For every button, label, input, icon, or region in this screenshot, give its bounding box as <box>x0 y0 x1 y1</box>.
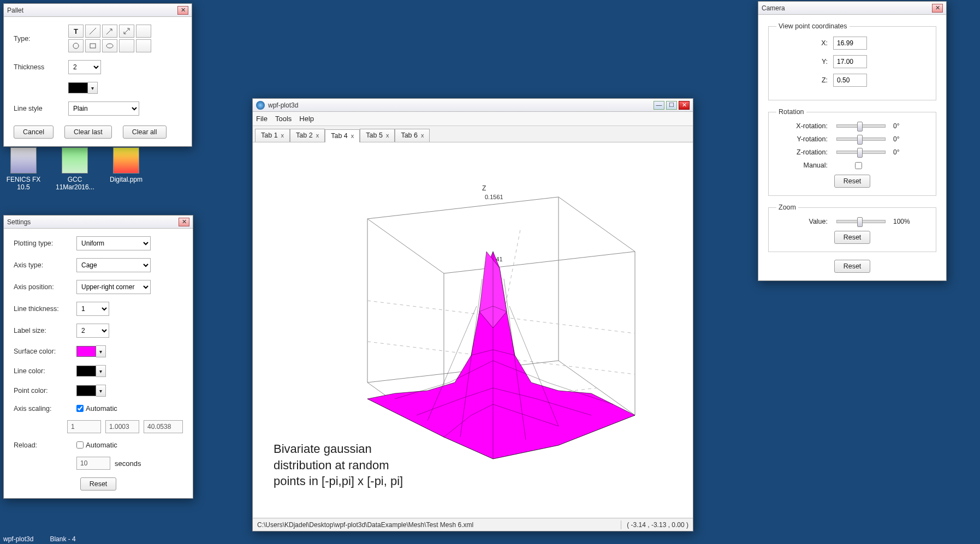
scale-z-input[interactable] <box>144 420 183 433</box>
tool-blank-icon[interactable] <box>136 39 151 52</box>
tab[interactable]: Tab 4x <box>325 129 360 142</box>
chevron-down-icon[interactable]: ▾ <box>96 365 106 377</box>
window-title: Camera <box>762 4 930 12</box>
clear-all-button[interactable]: Clear all <box>123 125 167 139</box>
tab-label: Tab 2 <box>296 131 313 139</box>
taskbar-item[interactable]: Blank - 4 <box>50 535 75 543</box>
desktop-icon-label: FENICS FX 10.5 <box>4 176 43 191</box>
chevron-down-icon[interactable]: ▾ <box>96 345 106 357</box>
plotting-type-select[interactable]: Uniform <box>76 236 151 250</box>
tool-text-icon[interactable]: T <box>68 25 84 38</box>
reload-seconds-input[interactable] <box>76 457 110 470</box>
line-thickness-select[interactable]: 1 <box>76 302 109 316</box>
taskbar-item[interactable]: wpf-plot3d <box>3 535 33 543</box>
menu-help[interactable]: Help <box>299 115 314 123</box>
camera-window: Camera ✕ View point coordinates X: Y: Z:… <box>758 1 947 281</box>
zoom-slider[interactable] <box>836 220 886 223</box>
color-swatch <box>68 82 88 93</box>
zoom-group: Zoom Value:100% Reset <box>768 204 936 252</box>
z-input[interactable] <box>833 74 867 87</box>
tool-double-arrow-icon[interactable] <box>119 25 134 38</box>
y-input[interactable] <box>833 55 867 68</box>
tab-label: Tab 1 <box>261 131 278 139</box>
settings-window: Settings ✕ Plotting type: Uniform Axis t… <box>3 215 193 499</box>
color-combo[interactable]: ▾ <box>68 82 98 94</box>
label-size-label: Label size: <box>14 327 76 334</box>
scale-x-input[interactable] <box>67 420 101 433</box>
close-icon[interactable]: ✕ <box>177 6 188 15</box>
point-color-combo[interactable]: ▾ <box>76 385 106 397</box>
yrot-slider[interactable] <box>836 138 886 141</box>
reset-zoom-button[interactable]: Reset <box>834 231 871 244</box>
close-tab-icon[interactable]: x <box>386 132 389 139</box>
menu-file[interactable]: File <box>256 115 268 123</box>
minimize-icon[interactable]: — <box>654 101 664 110</box>
titlebar[interactable]: Pallet ✕ <box>4 4 192 17</box>
tool-ellipse-icon[interactable] <box>102 39 117 52</box>
zrot-value: 0° <box>893 148 917 156</box>
line-thickness-label: Line thickness: <box>14 305 76 313</box>
desktop-icon[interactable]: GCC 11Mar2016... <box>56 147 94 191</box>
close-tab-icon[interactable]: x <box>281 132 284 139</box>
line-color-combo[interactable]: ▾ <box>76 365 106 377</box>
tool-blank-icon[interactable] <box>119 39 134 52</box>
plot-canvas[interactable]: Z 0.1561 0.041 <box>253 142 693 518</box>
tool-rect-icon[interactable] <box>85 39 100 52</box>
close-icon[interactable]: ✕ <box>932 4 943 13</box>
automatic-label: Automatic <box>86 441 117 449</box>
desktop-icon-label: Digital.ppm <box>107 176 145 183</box>
label-size-select[interactable]: 2 <box>76 324 109 338</box>
viewpoint-group: View point coordinates X: Y: Z: <box>768 22 936 100</box>
close-tab-icon[interactable]: x <box>421 132 424 139</box>
titlebar[interactable]: wpf-plot3d — ☐ ✕ <box>253 99 693 112</box>
manual-checkbox[interactable] <box>855 162 862 169</box>
reset-rotation-button[interactable]: Reset <box>834 175 871 188</box>
zrot-slider[interactable] <box>836 151 886 154</box>
tab[interactable]: Tab 2x <box>290 129 325 142</box>
titlebar[interactable]: Camera ✕ <box>758 2 946 15</box>
scale-y-input[interactable] <box>105 420 139 433</box>
yrot-label: Y-rotation: <box>776 135 833 143</box>
tool-line-icon[interactable] <box>85 25 100 38</box>
point-color-label: Point color: <box>14 387 76 394</box>
tab[interactable]: Tab 5x <box>360 129 395 142</box>
desktop-icon[interactable]: Digital.ppm <box>107 147 145 191</box>
desktop-icon[interactable]: FENICS FX 10.5 <box>4 147 43 191</box>
group-legend: View point coordinates <box>776 22 850 30</box>
thickness-select[interactable]: 2 <box>68 60 101 74</box>
xrot-slider[interactable] <box>836 124 886 128</box>
chevron-down-icon[interactable]: ▾ <box>96 385 106 397</box>
cancel-button[interactable]: Cancel <box>14 125 54 139</box>
axis-type-select[interactable]: Cage <box>76 258 151 272</box>
reset-button[interactable]: Reset <box>80 477 117 491</box>
tool-arrow-icon[interactable] <box>102 25 117 38</box>
axis-position-select[interactable]: Upper-right corner <box>76 280 151 294</box>
thickness-label: Thickness <box>14 63 68 71</box>
close-icon[interactable]: ✕ <box>179 218 189 226</box>
x-input[interactable] <box>833 37 867 50</box>
linestyle-select[interactable]: Plain <box>68 101 139 116</box>
line-color-label: Line color: <box>14 367 76 375</box>
axis-scaling-auto-checkbox[interactable] <box>76 405 84 412</box>
surface-color-label: Surface color: <box>14 348 76 355</box>
tool-circle-icon[interactable] <box>68 39 84 52</box>
reload-auto-checkbox[interactable] <box>76 441 84 449</box>
titlebar[interactable]: Settings ✕ <box>4 216 193 229</box>
surface-color-combo[interactable]: ▾ <box>76 345 106 357</box>
main-window: wpf-plot3d — ☐ ✕ File Tools Help Tab 1x … <box>252 98 693 531</box>
tab[interactable]: Tab 6x <box>395 129 430 142</box>
close-tab-icon[interactable]: x <box>316 132 319 139</box>
menu-tools[interactable]: Tools <box>275 115 292 123</box>
z-label: Z: <box>776 76 833 84</box>
chevron-down-icon[interactable]: ▾ <box>88 82 98 94</box>
app-icon <box>62 147 88 174</box>
tabstrip: Tab 1x Tab 2x Tab 4x Tab 5x Tab 6x <box>253 126 693 142</box>
tab[interactable]: Tab 1x <box>255 129 290 142</box>
close-tab-icon[interactable]: x <box>351 133 354 139</box>
tool-blank-icon[interactable] <box>136 25 151 38</box>
group-legend: Rotation <box>776 108 806 116</box>
reset-all-button[interactable]: Reset <box>834 260 871 273</box>
clear-last-button[interactable]: Clear last <box>64 125 112 139</box>
maximize-icon[interactable]: ☐ <box>666 101 677 110</box>
close-icon[interactable]: ✕ <box>679 101 690 110</box>
